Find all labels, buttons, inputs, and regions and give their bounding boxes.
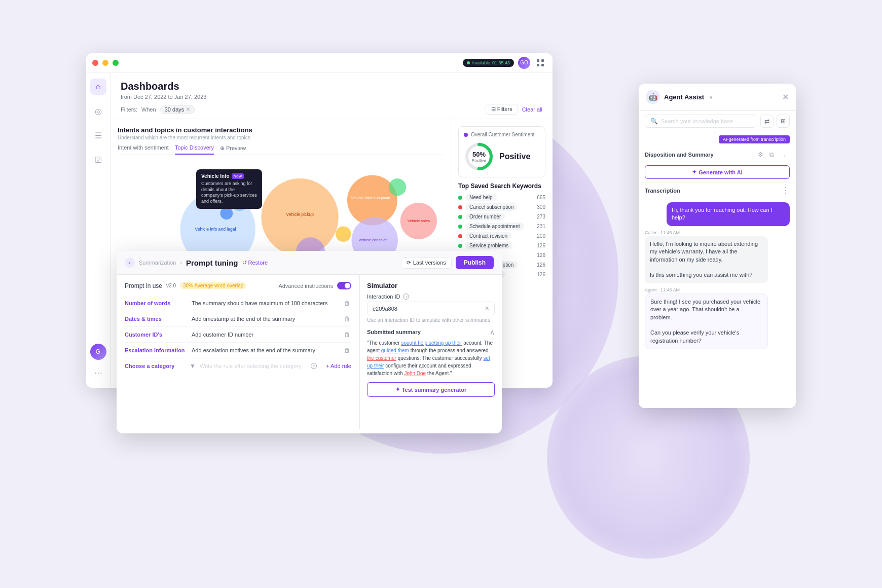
sidebar-item-home[interactable]: ⌂ <box>90 79 106 95</box>
keywords-title: Top Saved Search Keywords <box>458 182 545 190</box>
message-bubble-0: Hi, thank you for reaching out. How can … <box>667 202 790 226</box>
title-bar: Available 01:35:43 GO <box>86 53 553 72</box>
search-box[interactable]: 🔍 Search your knowledge base <box>645 115 756 128</box>
keyword-row: Schedule appointment 231 <box>458 223 545 230</box>
category-help-icon: ? <box>311 363 317 369</box>
chat-area: Hi, thank you for reaching out. How can … <box>639 198 796 408</box>
donut-label: Positive <box>472 158 486 163</box>
svg-rect-1 <box>541 59 544 62</box>
main-container: Available 01:35:43 GO ⌂ ◎ ☰ ☑ <box>86 53 796 535</box>
dashboard-date: from Dec 27, 2022 to Jan 27, 2023 <box>121 94 542 100</box>
adv-instructions-label: Advanced instructions <box>278 283 333 289</box>
publish-button[interactable]: Publish <box>456 256 494 269</box>
action-btn-2[interactable]: ⊞ <box>777 115 790 128</box>
prompt-field-2: Customer ID's Add customer ID number 🗑 <box>125 327 351 343</box>
message-2: Agent · 11:46 AM Sure thing! I see you p… <box>645 287 790 349</box>
keyword-tag-4[interactable]: Contract revision <box>465 232 511 240</box>
keyword-count-4: 200 <box>537 233 545 239</box>
traffic-light-yellow[interactable] <box>102 60 108 66</box>
trash-icon-3[interactable]: 🗑 <box>344 347 351 354</box>
download-icon[interactable]: ↓ <box>780 150 790 160</box>
agent-icon: 🤖 <box>646 90 660 104</box>
tabs-row: Intent with sentiment Topic Discovery ⊕ … <box>118 144 444 155</box>
keyword-tag-2[interactable]: Order number <box>465 213 505 220</box>
filter-30days-label: 30 days <box>165 106 185 113</box>
keyword-count-3: 231 <box>537 224 545 229</box>
word-overlap-badge: 30% Average word overlap <box>180 282 246 289</box>
kw-dot-3 <box>458 225 462 229</box>
traffic-light-green[interactable] <box>113 60 119 66</box>
kw-dot-4 <box>458 234 462 238</box>
dashboard-header: Dashboards from Dec 27, 2022 to Jan 27, … <box>111 72 553 119</box>
copy-icon[interactable]: ⧉ <box>766 150 777 160</box>
field-value-0: The summary should have maximum of 100 c… <box>192 300 338 306</box>
tab-preview[interactable]: ⊕ Preview <box>220 144 246 155</box>
svg-text:Vehicle info and legal: Vehicle info and legal <box>195 227 236 232</box>
filter-30days-close[interactable]: ✕ <box>186 106 190 112</box>
filter-30days-tag[interactable]: 30 days ✕ <box>160 105 195 114</box>
agent-search-row: 🔍 Search your knowledge base ⇄ ⊞ <box>639 111 796 132</box>
avatar[interactable]: GO <box>518 57 530 69</box>
sidebar-avatar[interactable]: G <box>90 344 106 360</box>
field-label-1: Dates & times <box>125 316 186 322</box>
filter-button[interactable]: ⊟ Filters <box>486 104 518 115</box>
toggle-knob <box>345 283 350 288</box>
transcription-header: Transcription ⋮ <box>639 182 796 198</box>
highlight-setup: sought help setting up their <box>401 340 462 346</box>
trash-icon-1[interactable]: 🗑 <box>344 315 351 322</box>
gear-icon[interactable]: ⚙ <box>758 151 763 158</box>
interaction-id-input[interactable]: e209a808 ✕ <box>367 302 495 315</box>
restore-button[interactable]: ↺ Restore <box>242 260 268 266</box>
tab-topic[interactable]: Topic Discovery <box>175 144 214 155</box>
when-label: When <box>141 106 156 113</box>
keyword-tag-1[interactable]: Cancel subscription <box>465 203 518 211</box>
sidebar-item-clipboard[interactable]: ☑ <box>90 152 106 168</box>
action-btn-1[interactable]: ⇄ <box>760 115 774 128</box>
sidebar: ⌂ ◎ ☰ ☑ G ⋯ <box>86 72 111 388</box>
bubble-tooltip: Vehicle Info New Customers are asking fo… <box>196 169 262 209</box>
test-summary-button[interactable]: ✦ Test summary generator <box>367 382 495 397</box>
highlight-johndoe: John Doe <box>404 371 426 376</box>
last-versions-button[interactable]: ⟳ Last versions <box>401 257 452 269</box>
category-placeholder[interactable]: Write the rule after selecting the categ… <box>200 363 301 369</box>
add-rule-button[interactable]: + Add rule <box>326 363 351 369</box>
sentiment-text: Positive <box>499 152 530 161</box>
panel-title: Intents and topics in customer interacti… <box>118 126 444 134</box>
category-chevron[interactable]: ▼ <box>190 362 196 370</box>
grid-icon[interactable] <box>534 57 546 69</box>
interaction-hint: Use an Interaction ID to simulate with o… <box>367 317 495 323</box>
clear-all-button[interactable]: Clear all <box>522 106 542 113</box>
agent-chevron[interactable]: ∨ <box>709 94 713 100</box>
back-button[interactable]: ‹ <box>125 258 135 268</box>
trash-icon-2[interactable]: 🗑 <box>344 331 351 338</box>
prompt-header-right: ⟳ Last versions Publish <box>401 256 494 269</box>
keyword-tag-3[interactable]: Schedule appointment <box>465 223 524 230</box>
bubble-svg: Vehicle info and legal Vehicle pickup Ve… <box>118 159 444 261</box>
tab-intent[interactable]: Intent with sentiment <box>118 144 169 155</box>
keyword-count-0: 665 <box>537 195 545 200</box>
bubble-chart: Vehicle info and legal Vehicle pickup Ve… <box>118 159 444 261</box>
keyword-tag-0[interactable]: Need help <box>465 194 497 201</box>
transcription-menu[interactable]: ⋮ <box>782 186 790 195</box>
keyword-tag-5[interactable]: Service problems <box>465 242 512 249</box>
sidebar-item-search[interactable]: ◎ <box>90 103 106 119</box>
field-label-0: Number of words <box>125 300 186 306</box>
status-available: Available <box>472 60 490 65</box>
traffic-light-red[interactable] <box>92 60 98 66</box>
agent-close-button[interactable]: ✕ <box>782 92 789 102</box>
keyword-count-6: 126 <box>537 252 545 258</box>
kw-dot-0 <box>458 196 462 200</box>
trash-icon-0[interactable]: 🗑 <box>344 300 351 307</box>
svg-text:Vehicle offer and paym...: Vehicle offer and paym... <box>351 196 394 200</box>
prompt-title: Prompt tuning <box>186 259 238 267</box>
interaction-info-icon: i <box>403 293 409 300</box>
sidebar-item-list[interactable]: ☰ <box>90 127 106 143</box>
generate-ai-button[interactable]: ✦ Generate with AI <box>645 165 790 179</box>
search-placeholder: Search your knowledge base <box>661 118 733 124</box>
sidebar-grid[interactable]: ⋯ <box>94 368 102 378</box>
collapse-icon[interactable]: ∧ <box>490 328 495 336</box>
filters-row: Filters: When 30 days ✕ ⊟ Filters Clear … <box>121 104 542 115</box>
clear-interaction-icon[interactable]: ✕ <box>485 305 489 312</box>
advanced-instructions-toggle[interactable] <box>337 282 351 289</box>
prompt-field-3: Escalation Information Add escalation mo… <box>125 343 351 358</box>
